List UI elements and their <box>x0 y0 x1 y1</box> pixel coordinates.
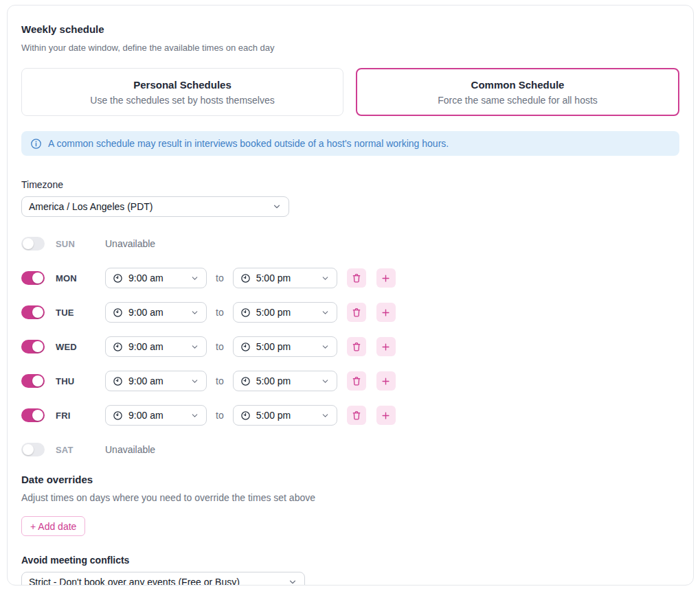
add-time-range-button[interactable] <box>376 406 396 425</box>
plus-icon <box>381 410 391 421</box>
day-toggle-tue[interactable] <box>21 305 45 319</box>
delete-time-range-button[interactable] <box>347 303 366 322</box>
clock-icon <box>240 342 251 352</box>
toggle-knob <box>32 341 43 352</box>
timezone-select[interactable]: America / Los Angeles (PDT) <box>21 196 289 217</box>
delete-time-range-button[interactable] <box>347 337 366 356</box>
day-label-sun: SUN <box>56 239 105 249</box>
end-time-value: 5:00 pm <box>256 307 291 318</box>
chevron-down-icon <box>190 274 199 283</box>
end-time-value: 5:00 pm <box>256 375 291 386</box>
plus-icon <box>381 273 391 283</box>
day-toggle-thu[interactable] <box>21 374 45 388</box>
day-label-fri: FRI <box>56 410 105 421</box>
day-toggle-wed[interactable] <box>21 340 45 354</box>
start-time-select-tue[interactable]: 9:00 am <box>105 302 207 323</box>
start-time-value: 9:00 am <box>128 341 163 352</box>
chevron-down-icon <box>321 377 330 386</box>
clock-icon <box>240 376 251 386</box>
day-label-thu: THU <box>56 376 105 386</box>
common-schedule-option[interactable]: Common Schedule Force the same schedule … <box>356 68 679 116</box>
to-label: to <box>216 410 224 421</box>
end-time-select-mon[interactable]: 5:00 pm <box>233 268 337 288</box>
avoid-conflicts-label: Avoid meeting conflicts <box>21 555 679 566</box>
clock-icon <box>113 410 123 421</box>
end-time-select-wed[interactable]: 5:00 pm <box>233 336 337 357</box>
chevron-down-icon <box>190 377 199 386</box>
day-row-tue: TUE 9:00 am to 5:00 pm <box>21 302 679 323</box>
day-toggle-mon[interactable] <box>21 271 45 285</box>
clock-icon <box>113 376 123 386</box>
clock-icon <box>240 273 251 283</box>
to-label: to <box>216 341 224 352</box>
unavailable-label: Unavailable <box>105 238 155 249</box>
day-label-sat: SAT <box>56 445 105 455</box>
start-time-value: 9:00 am <box>128 307 163 318</box>
unavailable-label: Unavailable <box>105 444 155 455</box>
day-label-wed: WED <box>56 342 105 352</box>
toggle-knob <box>32 375 43 386</box>
day-toggle-sat[interactable] <box>21 443 45 456</box>
chevron-down-icon <box>190 411 199 420</box>
day-row-sat: SAT Unavailable <box>21 439 679 460</box>
trash-icon <box>351 273 362 283</box>
start-time-select-fri[interactable]: 9:00 am <box>105 405 207 426</box>
to-label: to <box>216 375 224 386</box>
add-time-range-button[interactable] <box>376 337 396 356</box>
day-label-mon: MON <box>56 273 105 283</box>
common-schedule-description: Force the same schedule for all hosts <box>438 95 598 106</box>
toggle-knob <box>23 444 34 455</box>
trash-icon <box>351 307 362 318</box>
personal-schedules-title: Personal Schedules <box>133 79 232 91</box>
end-time-select-fri[interactable]: 5:00 pm <box>233 405 337 426</box>
delete-time-range-button[interactable] <box>347 268 366 288</box>
plus-icon <box>381 342 391 352</box>
day-toggle-sun[interactable] <box>21 237 45 251</box>
to-label: to <box>216 307 224 318</box>
start-time-select-mon[interactable]: 9:00 am <box>105 268 207 288</box>
plus-icon <box>381 308 391 318</box>
date-overrides-description: Adjust times on days where you need to o… <box>21 492 679 503</box>
clock-icon <box>240 308 251 318</box>
end-time-select-tue[interactable]: 5:00 pm <box>233 302 337 323</box>
day-toggle-fri[interactable] <box>21 408 45 422</box>
info-icon <box>30 138 42 150</box>
chevron-down-icon <box>321 274 330 283</box>
weekly-schedule-panel: Weekly schedule Within your date window,… <box>7 5 694 586</box>
start-time-select-wed[interactable]: 9:00 am <box>105 336 207 357</box>
clock-icon <box>113 273 123 283</box>
add-time-range-button[interactable] <box>376 303 396 322</box>
start-time-value: 9:00 am <box>128 273 163 283</box>
common-schedule-title: Common Schedule <box>471 79 565 91</box>
toggle-knob <box>32 273 43 283</box>
day-label-tue: TUE <box>56 308 105 318</box>
chevron-down-icon <box>321 343 330 351</box>
add-date-button[interactable]: + Add date <box>21 516 85 536</box>
timezone-label: Timezone <box>21 179 679 190</box>
day-row-sun: SUN Unavailable <box>21 233 679 254</box>
chevron-down-icon <box>190 343 199 351</box>
start-time-select-thu[interactable]: 9:00 am <box>105 371 207 391</box>
to-label: to <box>216 273 224 283</box>
info-banner-text: A common schedule may result in intervie… <box>48 138 449 149</box>
toggle-knob <box>32 410 43 421</box>
add-time-range-button[interactable] <box>376 371 396 391</box>
plus-icon <box>381 376 391 386</box>
end-time-value: 5:00 pm <box>256 341 291 352</box>
clock-icon <box>240 410 251 421</box>
chevron-down-icon <box>190 308 199 317</box>
end-time-select-thu[interactable]: 5:00 pm <box>233 371 337 391</box>
trash-icon <box>351 341 362 352</box>
toggle-knob <box>32 307 43 318</box>
end-time-value: 5:00 pm <box>256 273 291 283</box>
delete-time-range-button[interactable] <box>347 371 366 391</box>
add-time-range-button[interactable] <box>376 268 396 288</box>
clock-icon <box>113 308 123 318</box>
personal-schedules-option[interactable]: Personal Schedules Use the schedules set… <box>21 68 343 116</box>
trash-icon <box>351 410 362 421</box>
day-row-mon: MON 9:00 am to 5:00 pm <box>21 268 679 288</box>
delete-time-range-button[interactable] <box>347 406 366 425</box>
toggle-knob <box>23 238 34 249</box>
end-time-value: 5:00 pm <box>256 410 291 421</box>
avoid-conflicts-select[interactable]: Strict - Don't book over any events (Fre… <box>21 572 305 586</box>
